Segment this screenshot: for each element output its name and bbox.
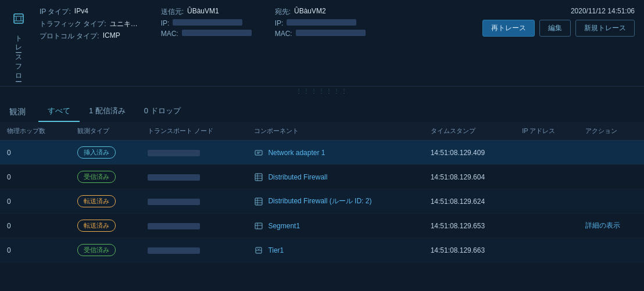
- table-row: 0 転送済み Segment1 14:51:08.129.653 詳細の表示: [0, 214, 644, 238]
- obs-header: 観測 すべて 1 配信済み 0 ドロップ: [0, 95, 644, 122]
- transport-redacted: [148, 150, 200, 156]
- cell-action: [578, 189, 644, 214]
- svg-rect-6: [255, 150, 262, 155]
- col-component: コンポーネント: [247, 122, 423, 141]
- cell-hop: 0: [0, 238, 70, 263]
- table-header-row: 物理ホップ数 観測タイプ トランスポート ノード コンポーネント タイムスタンプ…: [0, 122, 644, 141]
- component-link[interactable]: Distributed Firewall: [268, 173, 327, 181]
- top-buttons: 再トレース 編集 新規トレース: [482, 20, 635, 37]
- col-ip: IP アドレス: [515, 122, 578, 141]
- cell-transport: [141, 214, 248, 238]
- firewall-icon: [254, 173, 263, 182]
- source-mac-redacted: [182, 30, 252, 36]
- dest-label: 宛先:: [275, 7, 291, 17]
- col-timestamp: タイムスタンプ: [424, 122, 516, 141]
- timestamp: 2020/11/12 14:51:06: [571, 7, 635, 15]
- cell-component[interactable]: Distributed Firewall: [247, 165, 423, 189]
- svg-rect-1: [16, 16, 21, 21]
- source-ip-redacted: [173, 19, 242, 26]
- svg-rect-13: [255, 198, 262, 205]
- cell-component[interactable]: Network adapter 1: [247, 141, 423, 165]
- firewall-icon: [254, 197, 263, 206]
- top-right: 2020/11/12 14:51:06 再トレース 編集 新規トレース: [482, 7, 635, 37]
- svg-rect-17: [255, 223, 262, 229]
- source-info-block: 送信元: ÛBàuVM1 IP: MAC:: [161, 7, 252, 38]
- transport-redacted: [148, 174, 200, 181]
- obs-badge: 受信済み: [77, 244, 116, 256]
- cell-timestamp: 14:51:08.129.409: [424, 141, 516, 165]
- table-container: 物理ホップ数 観測タイプ トランスポート ノード コンポーネント タイムスタンプ…: [0, 122, 644, 263]
- svg-rect-0: [14, 14, 23, 23]
- svg-rect-9: [255, 174, 262, 181]
- protocol-label: プロトコル タイプ:: [40, 31, 99, 41]
- left-info-block: IP タイプ: IPv4 トラフィック タイプ: ユニキ… プロトコル タイプ:…: [40, 7, 138, 41]
- table-row: 0 受信済み Tier1 14:51:08.129.663: [0, 238, 644, 263]
- dest-info-block: 宛先: ÛBàuVM2 IP: MAC:: [275, 7, 366, 38]
- cell-transport: [141, 238, 248, 263]
- ip-type-label: IP タイプ:: [40, 7, 71, 17]
- col-action: アクション: [578, 122, 644, 141]
- tier-icon: [254, 246, 263, 255]
- traffic-label: トラフィック タイプ:: [40, 19, 106, 29]
- cell-obs-type: 受信済み: [70, 238, 141, 263]
- cell-action: [578, 165, 644, 189]
- detail-link[interactable]: 詳細の表示: [585, 221, 620, 229]
- edit-button[interactable]: 編集: [539, 20, 571, 37]
- cell-hop: 0: [0, 189, 70, 214]
- dest-ip-redacted: [287, 19, 356, 26]
- cell-ip: [515, 189, 578, 214]
- cell-ip: [515, 214, 578, 238]
- ip-type-value: IPv4: [74, 7, 88, 17]
- cell-timestamp: 14:51:08.129.653: [424, 214, 516, 238]
- source-mac-label: MAC:: [161, 30, 178, 38]
- new-trace-button[interactable]: 新規トレース: [575, 20, 635, 37]
- cell-action[interactable]: 詳細の表示: [578, 214, 644, 238]
- cell-component[interactable]: Tier1: [247, 238, 423, 263]
- tab-all[interactable]: すべて: [38, 101, 80, 122]
- dest-mac-redacted: [296, 30, 366, 36]
- transport-redacted: [148, 247, 200, 254]
- observation-table: 物理ホップ数 観測タイプ トランスポート ノード コンポーネント タイムスタンプ…: [0, 122, 644, 263]
- source-label: 送信元:: [161, 7, 184, 17]
- col-hop: 物理ホップ数: [0, 122, 70, 141]
- network-icon: [254, 148, 263, 157]
- obs-title: 観測: [9, 106, 27, 117]
- col-obs-type: 観測タイプ: [70, 122, 141, 141]
- component-link[interactable]: Network adapter 1: [268, 149, 325, 157]
- cell-timestamp: 14:51:08.129.604: [424, 165, 516, 189]
- obs-badge: 転送済み: [77, 195, 116, 207]
- cell-transport: [141, 141, 248, 165]
- component-link[interactable]: Tier1: [268, 246, 284, 254]
- source-ip-label: IP:: [161, 19, 170, 27]
- table-row: 0 挿入済み Network adapter 1 14:51:08.129.40…: [0, 141, 644, 165]
- protocol-value: ICMP: [103, 31, 120, 41]
- obs-badge: 転送済み: [77, 220, 116, 232]
- cell-transport: [141, 189, 248, 214]
- cell-obs-type: 受信済み: [70, 165, 141, 189]
- table-row: 0 転送済み Distributed Firewall (ルール ID: 2) …: [0, 189, 644, 214]
- retrace-button[interactable]: 再トレース: [482, 20, 535, 37]
- traffic-value: ユニキ…: [110, 19, 138, 29]
- cell-hop: 0: [0, 141, 70, 165]
- tabs: すべて 1 配信済み 0 ドロップ: [38, 101, 190, 122]
- cell-ip: [515, 165, 578, 189]
- component-link[interactable]: Segment1: [268, 222, 300, 230]
- cell-obs-type: 挿入済み: [70, 141, 141, 165]
- trace-label: トレースフロー: [7, 7, 30, 79]
- cell-component[interactable]: Distributed Firewall (ルール ID: 2): [247, 189, 423, 214]
- cell-transport: [141, 165, 248, 189]
- cell-action: [578, 238, 644, 263]
- col-transport: トランスポート ノード: [141, 122, 248, 141]
- segment-icon: [254, 221, 263, 231]
- tab-delivered[interactable]: 1 配信済み: [80, 101, 135, 122]
- cell-ip: [515, 141, 578, 165]
- obs-badge: 挿入済み: [77, 146, 116, 159]
- cell-hop: 0: [0, 214, 70, 238]
- table-row: 0 受信済み Distributed Firewall 14:51:08.129…: [0, 165, 644, 189]
- cell-component[interactable]: Segment1: [247, 214, 423, 238]
- cell-ip: [515, 238, 578, 263]
- cell-action: [578, 141, 644, 165]
- tab-drop[interactable]: 0 ドロップ: [135, 101, 190, 122]
- component-link[interactable]: Distributed Firewall (ルール ID: 2): [268, 196, 371, 206]
- dest-mac-label: MAC:: [275, 30, 292, 38]
